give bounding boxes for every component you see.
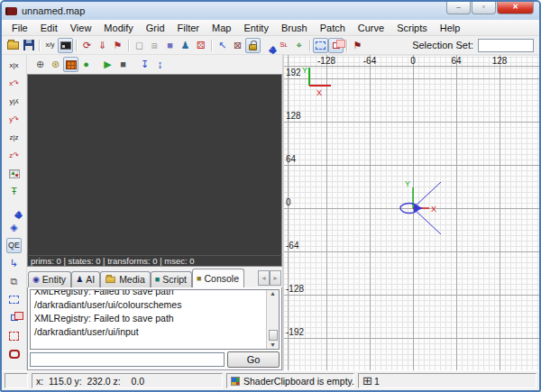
dice-icon[interactable]: ⚄ [193,38,208,53]
console-panel: XMLRegistry: Failed to save path/darkrad… [27,287,282,370]
textured-mode-icon[interactable] [63,57,78,72]
open-file-icon [7,41,19,50]
select-touching-icon [316,41,326,50]
brush-cube-icon[interactable]: ◻ [132,38,147,53]
menu-filter[interactable]: Filter [171,22,206,34]
menu-entity[interactable]: Entity [237,22,275,34]
origin-y-label: Y [405,179,410,188]
menu-scripts[interactable]: Scripts [390,22,434,34]
region-icon[interactable] [6,346,22,361]
close-button[interactable]: ✕ [497,2,534,14]
scroll-thumb[interactable] [269,330,278,341]
tab-label: Console [204,273,239,284]
select-pointer-icon[interactable]: ↖ [215,38,230,53]
console-line: XMLRegistry: Failed to save path [34,312,262,325]
reload-defs-icon[interactable]: ⇓ [95,38,110,53]
move-selection-icon[interactable] [261,38,276,53]
select-grid-icon [9,296,19,304]
merge-entities-icon[interactable]: Sʟ [276,38,291,53]
tab-entity[interactable]: ◉Entity [28,271,71,287]
solid-mode-icon[interactable]: ⊛ [48,57,63,72]
shader-status-text: ShaderClipboard is empty. [243,376,354,387]
tab-media[interactable]: Media [100,271,151,287]
menu-patch[interactable]: Patch [314,22,352,34]
title-bar[interactable]: unnamed.map – ▫ ✕ [2,2,539,20]
flip-xy-icon[interactable]: x/y [42,38,58,53]
rotate-z-icon[interactable]: z↷ [6,148,22,163]
minimize-button[interactable]: – [446,2,471,14]
translate-icon[interactable] [6,202,22,217]
menu-map[interactable]: Map [206,22,237,34]
scroll-up-icon[interactable]: ▲ [270,291,276,296]
rotate-tool-icon[interactable]: ◈ [6,220,22,235]
console-scrollbar[interactable]: ▲ ▼ [266,290,279,349]
menu-edit[interactable]: Edit [34,22,64,34]
menu-brush[interactable]: Brush [275,22,314,34]
stop-icon[interactable]: ■ [115,57,131,72]
console-output[interactable]: XMLRegistry: Failed to save path/darkrad… [30,289,280,350]
script-tab-icon: ■ [155,275,160,284]
save-file-icon[interactable] [21,38,36,53]
tree-icon[interactable]: Ŧ [6,184,22,199]
camera-stats: prims: 0 | states: 0 | transforms: 0 | m… [27,255,282,267]
farclip-in-icon[interactable]: ↨ [152,57,168,72]
console-input[interactable] [30,352,225,367]
overlap-squares-icon[interactable] [6,310,22,325]
rotate-x-icon[interactable]: x↷ [6,76,22,91]
lasso-icon[interactable]: ↳ [6,256,22,271]
console-input-row: Go [30,350,280,368]
axis-x-indicator-label: X [316,88,322,97]
tab-bar: ◉Entity♟AIMedia■Script■Console◂▸ [27,267,282,287]
marquee-icon[interactable] [6,328,22,343]
menu-curve[interactable]: Curve [352,22,390,34]
brush-filled-icon[interactable]: ■ [162,38,178,53]
flip-x-icon[interactable]: x|x [6,58,22,73]
select-touching-icon[interactable] [313,38,328,53]
xy-grid-view[interactable]: Y X Y X -128-64064128192128640-64-128-19… [284,55,539,370]
tab-script[interactable]: ■Script [151,271,192,287]
lighting-mode-icon[interactable]: ● [78,57,94,72]
origin-target-icon[interactable]: ⌖ [291,38,307,53]
player-start-marker[interactable]: Y X [372,177,454,240]
menu-help[interactable]: Help [434,22,467,34]
wireframe-mode-icon[interactable]: ⊕ [32,57,48,72]
tab-console[interactable]: ■Console [192,269,244,287]
grid-ruler-left-label: 128 [286,111,301,121]
select-inside-icon[interactable] [328,38,344,53]
flip-y-icon[interactable]: y|ʎ [6,94,22,109]
menu-modify[interactable]: Modify [97,22,139,34]
reload-models-icon[interactable]: ⟳ [79,38,95,53]
menu-file[interactable]: File [5,22,34,34]
overlap-squares-icon [11,315,18,321]
rotate-y-icon[interactable]: y↷ [6,112,22,127]
toolbar-separator [309,40,310,51]
camera-viewport[interactable] [27,74,282,255]
scroll-down-icon[interactable]: ▼ [270,342,276,348]
select-grid-icon[interactable] [6,292,22,307]
app-window: unnamed.map – ▫ ✕ FileEditViewModifyGrid… [0,0,541,392]
reload-skins-icon[interactable]: ⚑ [110,38,125,53]
texture-lock-icon[interactable] [245,38,261,53]
toggle-camera-icon[interactable] [58,38,73,53]
maximize-button[interactable]: ▫ [472,2,496,14]
copy-window-icon[interactable]: ⧉ [6,274,22,289]
tab-scroll-right-icon[interactable]: ▸ [270,270,281,286]
csg-merge-icon[interactable] [6,166,22,181]
menu-view[interactable]: View [64,22,98,34]
play-icon[interactable]: ▶ [100,57,115,72]
actor-icon[interactable]: ♟ [178,38,193,53]
open-file-icon[interactable] [5,38,21,53]
tab-ai[interactable]: ♟AI [71,271,100,287]
texture-frame-icon[interactable]: ⊠ [230,38,245,53]
menu-grid[interactable]: Grid [140,22,171,34]
selection-set-input[interactable] [478,39,534,52]
grid-size-icon: ⊞ [362,374,372,387]
go-button[interactable]: Go [227,351,280,368]
brush-cube2-icon[interactable]: ⧈ [147,38,162,53]
tab-scroll-left-icon[interactable]: ◂ [258,270,270,286]
clipboard-flag-icon[interactable]: ⚑ [350,38,365,53]
qe-tool-button[interactable]: QE [6,238,22,253]
tab-label: AI [86,274,95,285]
flip-z-icon[interactable]: z|z [6,130,22,145]
farclip-out-icon[interactable]: ↧ [137,57,152,72]
